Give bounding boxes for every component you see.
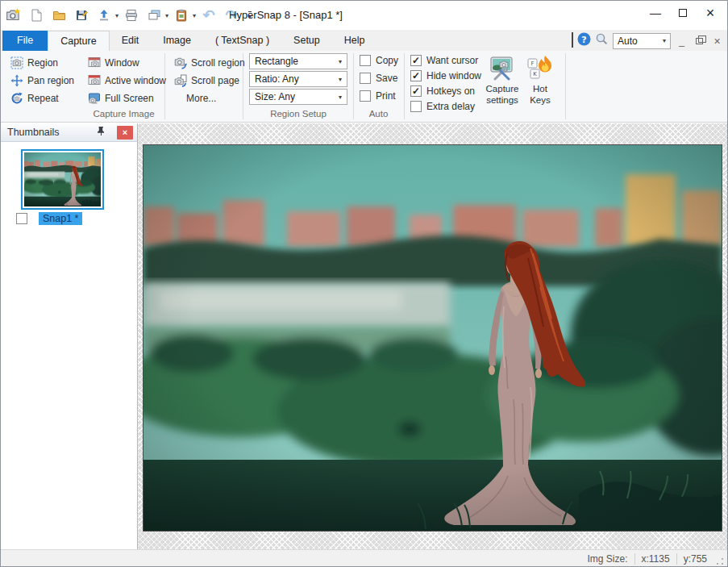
panel-title: Thumbnails [7,127,97,138]
checkbox-box [360,73,371,84]
tab-file[interactable]: File [2,31,48,51]
active-window-button[interactable]: Active window [85,72,169,89]
svg-text:F: F [530,60,534,67]
document-restore-button[interactable] [693,34,706,48]
active-window-capture-icon [88,74,101,87]
button-label: Active window [105,75,166,86]
scroll-region-icon [174,56,187,69]
size-dropdown[interactable]: Size: Any▾ [249,89,347,105]
combobox-caret-icon: ▾ [663,37,666,44]
full-screen-capture-icon [88,92,101,105]
dropdown-caret-icon: ▾ [339,58,342,65]
thumbnail-checkbox[interactable] [16,213,27,224]
button-label: Scroll region [191,57,245,69]
window-capture-icon [88,56,101,69]
repeat-capture-icon [10,92,23,105]
checkbox-box: ✓ [410,85,422,97]
zoom-tool-icon[interactable] [595,32,609,49]
thumbnail-snap1[interactable] [21,149,104,210]
quick-access-toolbar: ▾ ▾ ▾ ↶ ↷ ▾ [4,5,256,26]
panel-close-icon[interactable]: × [117,126,133,140]
thumbnails-panel-header[interactable]: Thumbnails × [1,123,137,142]
checkbox-box [360,55,371,66]
resize-grip[interactable] [715,557,725,566]
hide-window-checkbox[interactable]: ✓ Hide window [410,70,481,81]
group-label-capture-image: Capture Image [9,109,239,119]
document-close-button[interactable]: × [710,34,724,48]
tab-help[interactable]: Help [332,31,377,51]
capture-settings-icon [489,55,515,81]
document-minimize-button[interactable]: _ [675,34,688,48]
checkbox-label: Print [376,90,396,102]
ribbon-capture: Region Pan region Repeat Window Active w… [1,51,727,123]
full-screen-button[interactable]: Full Screen [85,90,157,106]
auto-copy-checkbox[interactable]: Copy [360,55,398,66]
ratio-dropdown[interactable]: Ratio: Any▾ [249,71,347,87]
paste-dropdown-icon[interactable]: ▾ [193,12,196,19]
window-title: HyperSnap 8 - [Snap1 *] [229,9,343,21]
dropdown-caret-icon: ▾ [339,94,342,101]
dropdown-value: Rectangle [255,56,298,67]
dropdown-caret-icon: ▾ [339,76,342,83]
button-label: Window [105,57,139,69]
extra-delay-checkbox[interactable]: Extra delay [410,101,475,112]
window-controls: — × [642,1,724,25]
zoom-level-combobox[interactable]: Auto ▾ [613,33,671,49]
paste-icon[interactable] [172,6,191,25]
more-captures-button[interactable]: More... ▾ [183,90,257,106]
pin-icon[interactable] [97,125,106,140]
tab-image[interactable]: Image [151,31,203,51]
minimize-button[interactable]: — [642,1,669,25]
print-icon[interactable] [122,6,141,25]
button-label: Capture settings [482,83,522,106]
captured-photo[interactable] [143,144,722,532]
auto-print-checkbox[interactable]: Print [360,90,396,102]
hypersnap-window: ▾ ▾ ▾ ↶ ↷ ▾ HyperSnap 8 - [Snap1 *] — × … [0,0,728,567]
close-button[interactable]: × [697,1,724,25]
hot-keys-icon: F K [527,55,553,81]
checkbox-label: Hide window [426,70,481,81]
title-bar[interactable]: ▾ ▾ ▾ ↶ ↷ ▾ HyperSnap 8 - [Snap1 *] — × [1,1,727,30]
svg-text:K: K [533,71,537,77]
scroll-region-button[interactable]: Scroll region [171,54,248,71]
thumbnail-image [24,152,101,206]
tab-setup[interactable]: Setup [281,31,332,51]
tab-edit[interactable]: Edit [110,31,152,51]
scroll-page-button[interactable]: Scroll page [171,72,243,89]
repeat-button[interactable]: Repeat [7,90,62,106]
export-dropdown-icon[interactable]: ▾ [115,12,119,19]
pan-region-icon [10,74,23,87]
collapse-ribbon-icon[interactable] [572,34,573,48]
tab-textsnap[interactable]: ( TextSnap ) [203,31,281,51]
window-button[interactable]: Window [85,54,143,71]
shape-dropdown[interactable]: Rectangle▾ [249,53,347,69]
button-label: Region [27,57,58,69]
checkbox-label: Extra delay [426,101,475,112]
thumbnail-label[interactable]: Snap1 * [39,212,82,225]
save-icon[interactable] [72,6,91,25]
want-cursor-checkbox[interactable]: ✓ Want cursor [410,55,478,66]
capture-settings-button[interactable]: Capture settings [482,52,522,109]
open-folder-icon[interactable] [49,6,69,25]
img-size-label: Img Size: [587,553,627,565]
new-file-icon[interactable] [27,6,46,25]
checkbox-label: Want cursor [426,55,478,66]
undo-icon[interactable]: ↶ [199,6,218,25]
pan-region-button[interactable]: Pan region [7,72,77,89]
photo-scene [144,145,722,531]
help-icon[interactable]: ? [577,32,591,49]
button-label: Scroll page [191,75,239,86]
app-capture-icon[interactable] [4,6,23,25]
export-icon[interactable] [94,6,114,25]
button-label: Full Screen [105,93,154,104]
tab-capture[interactable]: Capture [48,31,109,51]
checkbox-box: ✓ [410,70,422,81]
group-label-auto: Auto [353,109,404,119]
auto-save-checkbox[interactable]: Save [360,73,397,84]
region-button[interactable]: Region [7,54,61,71]
hotkeys-on-checkbox[interactable]: ✓ Hotkeys on [410,85,475,97]
maximize-button[interactable] [669,1,697,25]
copy-window-dropdown-icon[interactable]: ▾ [165,12,168,19]
hot-keys-button[interactable]: F K Hot Keys [525,52,555,109]
copy-window-icon[interactable] [144,6,164,25]
